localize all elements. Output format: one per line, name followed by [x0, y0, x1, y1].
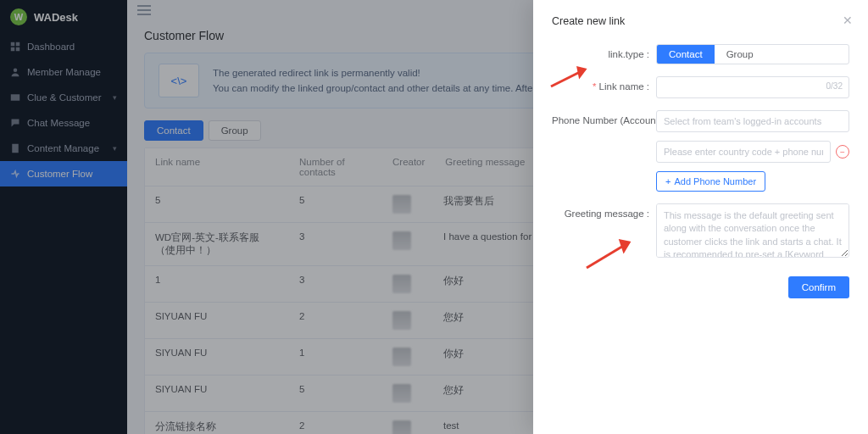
remove-phone-icon[interactable]: −	[836, 145, 849, 159]
modal-title: Create new link	[552, 15, 849, 27]
type-option-contact[interactable]: Contact	[657, 45, 715, 64]
confirm-button[interactable]: Confirm	[788, 276, 849, 298]
greeting-message-textarea[interactable]	[656, 203, 849, 258]
link-name-counter: 0/32	[826, 81, 843, 91]
create-link-modal: Create new link ✕ link.type : Contact Gr…	[533, 0, 868, 434]
plus-icon: +	[665, 176, 670, 186]
type-option-group[interactable]: Group	[715, 45, 765, 64]
label-link-type: link.type :	[552, 44, 649, 59]
add-phone-label: Add Phone Number	[674, 176, 756, 186]
link-type-radio: Contact Group	[656, 44, 849, 64]
label-link-name: Link name :	[552, 76, 649, 92]
label-greeting: Greeting message :	[552, 203, 649, 219]
phone-account-select[interactable]	[656, 110, 849, 132]
link-name-input[interactable]	[656, 76, 849, 98]
label-phone-number: Phone Number (Account) :	[552, 110, 649, 125]
phone-number-input[interactable]	[656, 141, 831, 163]
close-icon[interactable]: ✕	[843, 14, 853, 27]
add-phone-button[interactable]: + Add Phone Number	[656, 171, 765, 192]
